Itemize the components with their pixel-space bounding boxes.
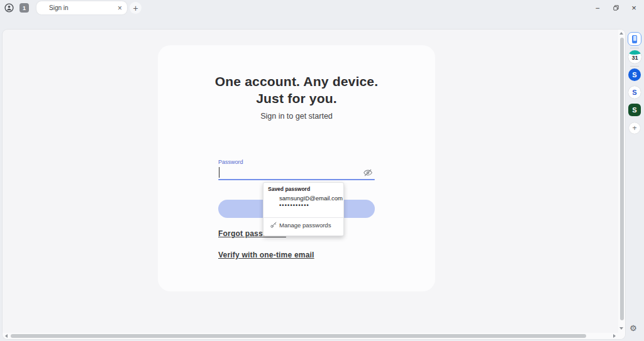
calendar-cap	[628, 50, 641, 55]
vertical-scrollbar[interactable]	[618, 30, 625, 333]
manage-passwords-item[interactable]: Manage passwords	[279, 222, 331, 229]
heading-line2: Just for you.	[158, 90, 435, 107]
horizontal-scrollbar[interactable]	[3, 333, 625, 339]
app-letter: S	[632, 89, 636, 96]
scroll-right-icon[interactable]	[613, 334, 616, 338]
calendar-day: 31	[628, 55, 641, 61]
tab-bar: 1 Sign in × + − ×	[0, 0, 644, 16]
dropdown-divider	[264, 217, 343, 218]
app-s-green-square[interactable]: S	[628, 104, 641, 116]
page-subtitle: Sign in to get started	[158, 112, 435, 121]
scroll-left-icon[interactable]	[5, 334, 8, 338]
vertical-scroll-thumb[interactable]	[620, 38, 624, 320]
key-icon	[270, 221, 277, 229]
workspace-count: 1	[23, 5, 26, 11]
app-letter: S	[632, 106, 636, 114]
scroll-down-icon[interactable]	[619, 327, 623, 330]
saved-password-dots[interactable]: •••••••••••	[279, 202, 309, 208]
app-letter: S	[632, 71, 636, 78]
verify-one-time-email-link[interactable]: Verify with one-time email	[218, 251, 314, 259]
navigation-toolbar	[0, 16, 644, 30]
restore-button[interactable]	[610, 3, 621, 13]
tab-close-icon[interactable]: ×	[118, 4, 122, 12]
minimize-button[interactable]: −	[592, 3, 603, 13]
plus-icon: +	[133, 3, 138, 13]
plus-icon: +	[632, 124, 636, 133]
tab-sign-in[interactable]: Sign in ×	[36, 1, 127, 14]
dropdown-title: Saved password	[268, 186, 310, 192]
sign-in-card: One account. Any device. Just for you. S…	[158, 45, 435, 291]
heading-line1: One account. Any device.	[158, 73, 435, 90]
settings-gear-icon[interactable]: ⚙	[630, 323, 637, 333]
page-title: One account. Any device. Just for you.	[158, 73, 435, 107]
saved-password-dropdown: Saved password samsungID@email.com •••••…	[263, 182, 344, 236]
sidebar-divider	[630, 66, 639, 67]
phone-link-icon[interactable]	[628, 32, 641, 46]
sidebar-add-button[interactable]: +	[629, 122, 640, 134]
web-content: One account. Any device. Just for you. S…	[3, 30, 625, 339]
saved-email[interactable]: samsungID@email.com	[279, 195, 343, 202]
horizontal-scroll-thumb[interactable]	[11, 334, 586, 338]
workspaces-icon[interactable]: 1	[19, 3, 29, 13]
sidebar-divider	[630, 48, 639, 48]
tab-title: Sign in	[49, 4, 69, 11]
app-s-blue-circle[interactable]: S	[628, 68, 641, 81]
password-label: Password	[218, 159, 243, 165]
close-window-button[interactable]: ×	[628, 3, 640, 13]
new-tab-button[interactable]: +	[130, 2, 142, 14]
eye-off-icon[interactable]	[363, 168, 373, 178]
scroll-up-icon[interactable]	[619, 32, 623, 35]
calendar-icon[interactable]: 31	[628, 50, 641, 63]
phone-glyph	[632, 35, 637, 43]
app-s-white-circle[interactable]: S	[628, 86, 641, 99]
password-input[interactable]	[218, 179, 375, 180]
profile-icon[interactable]	[4, 3, 14, 13]
text-caret	[219, 167, 219, 178]
